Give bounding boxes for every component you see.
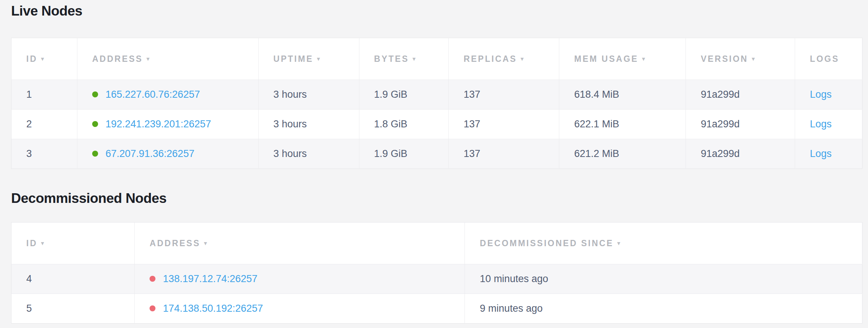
live-nodes-table-body: 1165.227.60.76:262573 hours1.9 GiB137618… — [11, 80, 862, 169]
column-header-label: ADDRESS — [92, 54, 143, 64]
decommissioned-nodes-table: ID▾ADDRESS▾DECOMMISSIONED SINCE▾ 4138.19… — [11, 222, 862, 324]
sort-arrow-icon: ▾ — [642, 56, 645, 62]
live-status-dot-icon — [92, 151, 98, 157]
live-status-dot-icon — [92, 121, 98, 127]
sort-arrow-icon: ▾ — [41, 56, 44, 62]
column-header-label: UPTIME — [274, 54, 314, 64]
node-uptime-cell: 3 hours — [258, 139, 359, 169]
column-header-label: ADDRESS — [150, 238, 200, 248]
live-status-dot-icon — [92, 91, 98, 97]
node-uptime-cell: 3 hours — [258, 110, 359, 139]
node-address-link[interactable]: 165.227.60.76:26257 — [105, 89, 200, 100]
sort-arrow-icon: ▾ — [413, 56, 416, 62]
node-replicas-cell: 137 — [449, 80, 559, 110]
column-header-replicas[interactable]: REPLICAS▾ — [449, 38, 559, 80]
node-logs-cell: Logs — [795, 110, 862, 139]
live-nodes-title: Live Nodes — [11, 3, 857, 19]
sort-arrow-icon: ▾ — [521, 56, 524, 62]
node-id-cell: 1 — [11, 80, 77, 110]
node-address-link[interactable]: 174.138.50.192:26257 — [163, 303, 263, 314]
table-row: 1165.227.60.76:262573 hours1.9 GiB137618… — [11, 80, 862, 110]
table-row: 4138.197.12.74:2625710 minutes ago — [11, 264, 862, 294]
node-version-cell: 91a299d — [686, 139, 795, 169]
column-header-bytes[interactable]: BYTES▾ — [359, 38, 449, 80]
column-header-address[interactable]: ADDRESS▾ — [77, 38, 258, 80]
column-header-label: VERSION — [701, 54, 748, 64]
decommissioned-nodes-title: Decommissioned Nodes — [11, 190, 857, 207]
table-header-row: ID▾ADDRESS▾DECOMMISSIONED SINCE▾ — [11, 222, 862, 264]
column-header-id[interactable]: ID▾ — [11, 222, 135, 264]
sort-arrow-icon: ▾ — [317, 56, 320, 62]
node-mem-usage-cell: 622.1 MiB — [559, 110, 686, 139]
node-address-link[interactable]: 138.197.12.74:26257 — [163, 273, 257, 284]
column-header-logs: LOGS — [795, 38, 862, 80]
column-header-label: LOGS — [810, 54, 839, 64]
node-bytes-cell: 1.9 GiB — [359, 139, 449, 169]
column-header-label: DECOMMISSIONED SINCE — [480, 238, 613, 248]
node-mem-usage-cell: 621.2 MiB — [559, 139, 686, 169]
column-header-mem-usage[interactable]: MEM USAGE▾ — [559, 38, 686, 80]
column-header-label: ID — [26, 238, 37, 248]
table-row: 367.207.91.36:262573 hours1.9 GiB137621.… — [11, 139, 862, 169]
column-header-label: ID — [26, 54, 37, 64]
table-row: 5174.138.50.192:262579 minutes ago — [11, 294, 862, 324]
node-address-link[interactable]: 192.241.239.201:26257 — [105, 118, 211, 130]
node-logs-link[interactable]: Logs — [810, 148, 832, 159]
table-row: 2192.241.239.201:262573 hours1.8 GiB1376… — [11, 110, 862, 139]
sort-arrow-icon: ▾ — [41, 240, 44, 246]
node-address-link[interactable]: 67.207.91.36:26257 — [105, 148, 194, 159]
node-address-cell: 67.207.91.36:26257 — [77, 139, 258, 169]
nodes-page: Live Nodes ID▾ADDRESS▾UPTIME▾BYTES▾REPLI… — [0, 0, 868, 324]
node-logs-cell: Logs — [795, 80, 862, 110]
node-logs-cell: Logs — [795, 139, 862, 169]
node-version-cell: 91a299d — [686, 80, 795, 110]
column-header-id[interactable]: ID▾ — [11, 38, 77, 80]
node-address-cell: 165.227.60.76:26257 — [77, 80, 258, 110]
node-logs-link[interactable]: Logs — [810, 118, 832, 130]
node-id-cell: 5 — [11, 294, 135, 324]
node-uptime-cell: 3 hours — [258, 80, 359, 110]
node-logs-link[interactable]: Logs — [810, 89, 832, 100]
node-mem-usage-cell: 618.4 MiB — [559, 80, 686, 110]
node-decommissioned-since-cell: 10 minutes ago — [465, 264, 862, 294]
decommissioned-status-dot-icon — [150, 305, 155, 311]
decommissioned-status-dot-icon — [150, 276, 155, 282]
node-replicas-cell: 137 — [449, 139, 559, 169]
node-id-cell: 2 — [11, 110, 77, 139]
node-address-cell: 192.241.239.201:26257 — [77, 110, 258, 139]
sort-arrow-icon: ▾ — [617, 240, 620, 246]
sort-arrow-icon: ▾ — [204, 240, 207, 246]
column-header-label: MEM USAGE — [574, 54, 638, 64]
column-header-decommissioned-since[interactable]: DECOMMISSIONED SINCE▾ — [465, 222, 862, 264]
live-nodes-table: ID▾ADDRESS▾UPTIME▾BYTES▾REPLICAS▾MEM USA… — [11, 38, 862, 169]
column-header-address[interactable]: ADDRESS▾ — [135, 222, 465, 264]
node-bytes-cell: 1.8 GiB — [359, 110, 449, 139]
node-id-cell: 3 — [11, 139, 77, 169]
sort-arrow-icon: ▾ — [147, 56, 150, 62]
node-address-cell: 174.138.50.192:26257 — [135, 294, 465, 324]
column-header-label: REPLICAS — [463, 54, 517, 64]
node-version-cell: 91a299d — [686, 110, 795, 139]
node-address-cell: 138.197.12.74:26257 — [135, 264, 465, 294]
column-header-version[interactable]: VERSION▾ — [686, 38, 795, 80]
node-bytes-cell: 1.9 GiB — [359, 80, 449, 110]
sort-arrow-icon: ▾ — [752, 56, 755, 62]
column-header-uptime[interactable]: UPTIME▾ — [258, 38, 359, 80]
node-decommissioned-since-cell: 9 minutes ago — [465, 294, 862, 324]
node-replicas-cell: 137 — [449, 110, 559, 139]
decommissioned-nodes-table-body: 4138.197.12.74:2625710 minutes ago5174.1… — [11, 264, 862, 324]
column-header-label: BYTES — [374, 54, 409, 64]
node-id-cell: 4 — [11, 264, 135, 294]
table-header-row: ID▾ADDRESS▾UPTIME▾BYTES▾REPLICAS▾MEM USA… — [11, 38, 862, 80]
